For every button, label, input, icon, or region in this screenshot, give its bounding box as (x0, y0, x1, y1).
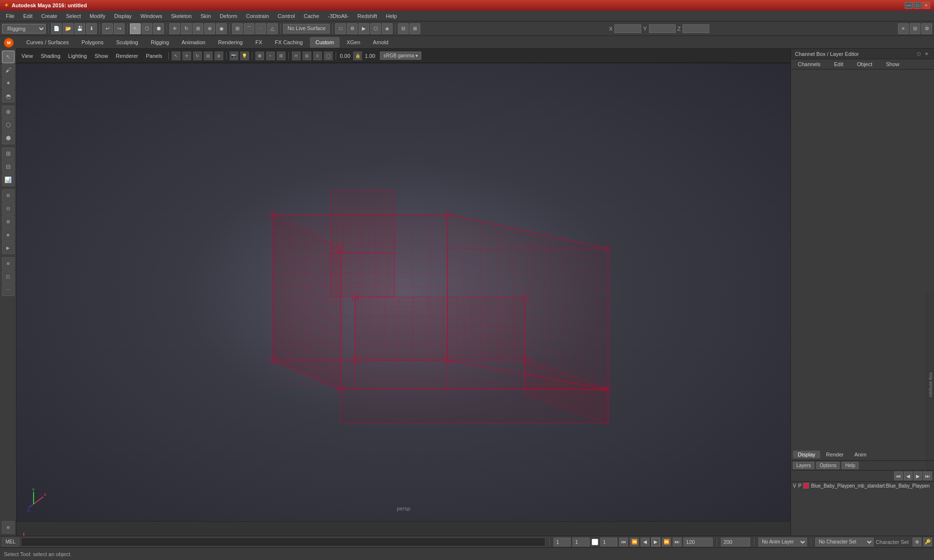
tab-sculpting[interactable]: Sculpting (110, 37, 144, 48)
paint-select-button[interactable]: ⬢ (153, 23, 164, 34)
tool-settings-toggle[interactable]: ⚙ (921, 23, 932, 34)
y-input[interactable] (649, 24, 676, 33)
ipr-button[interactable]: ⬡ (370, 23, 381, 34)
go-to-end-btn[interactable]: ⏭ (673, 538, 682, 546)
snap-curve-button[interactable]: ⌒ (244, 23, 254, 34)
vp-select-btn[interactable]: ↖ (172, 52, 180, 60)
snap-sidebar[interactable]: ⊞ (2, 189, 15, 202)
scale-tool-button[interactable]: ⊞ (193, 23, 203, 34)
vp-scale-btn[interactable]: ⊞ (204, 52, 213, 60)
play-back-btn[interactable]: ◀ (641, 538, 649, 546)
move-pivot-sidebar[interactable]: ⊕ (2, 105, 15, 118)
layer-v-checkbox[interactable]: V (793, 483, 796, 489)
vp-cameras-btn[interactable]: 📷 (230, 52, 238, 60)
gamma-dropdown[interactable]: sRGB gamma ▾ (380, 52, 421, 60)
close-button[interactable]: ✕ (922, 2, 930, 9)
maximize-button[interactable]: □ (914, 2, 921, 9)
select-tool-sidebar[interactable]: ↖ (2, 51, 15, 63)
grid-view-sidebar[interactable]: ⊞ (2, 147, 15, 160)
vp-menu-show[interactable]: Show (92, 52, 111, 60)
vp-shaded-btn[interactable]: ▪ (266, 52, 275, 60)
minimize-button[interactable]: — (905, 2, 913, 9)
help-btn[interactable]: Help (842, 462, 859, 469)
no-live-surface-button[interactable]: No Live Surface (283, 24, 330, 34)
tab-rendering[interactable]: Rendering (212, 37, 249, 48)
universal-manip-button[interactable]: ⊕ (204, 23, 215, 34)
menu-deform[interactable]: Deform (216, 12, 241, 20)
vp-menu-panels[interactable]: Panels (143, 52, 165, 60)
step-fwd-btn[interactable]: ⏩ (662, 538, 671, 546)
paint-effects-sidebar[interactable]: ✦ (2, 77, 15, 89)
frame-checkbox-value[interactable] (600, 538, 617, 546)
vp-wireframe-btn[interactable]: ▦ (255, 52, 264, 60)
tab-custom[interactable]: Custom (310, 37, 340, 48)
layers-btn[interactable]: Layers (793, 462, 814, 469)
vp-menu-shading[interactable]: Shading (38, 52, 63, 60)
menu-constrain[interactable]: Constrain (242, 12, 273, 20)
tab-polygons[interactable]: Polygons (75, 37, 109, 48)
render-button[interactable]: ▶ (359, 23, 369, 34)
vp-menu-view[interactable]: View (18, 52, 36, 60)
key-sidebar[interactable]: ◈ (2, 228, 15, 241)
mode-dropdown[interactable]: Rigging Modeling Animation (2, 24, 46, 34)
vp-menu-lighting[interactable]: Lighting (65, 52, 90, 60)
menu-control[interactable]: Control (274, 12, 299, 20)
frame-end-input[interactable] (683, 538, 713, 546)
char-set-icon[interactable]: ⊕ (913, 538, 921, 546)
rp-close-btn[interactable]: ✕ (923, 51, 930, 57)
vp-textured-btn[interactable]: ▨ (277, 52, 286, 60)
display-tab[interactable]: Display (793, 451, 820, 458)
import-button[interactable]: ⬇ (86, 23, 97, 34)
x-input[interactable] (614, 24, 641, 33)
vp-isolate-btn[interactable]: ◯ (324, 52, 333, 60)
render-tab[interactable]: Render (821, 451, 848, 458)
show-tab[interactable]: Show (881, 60, 904, 68)
render-region-button[interactable]: □ (335, 23, 346, 34)
grid-button[interactable]: ⊞ (410, 23, 420, 34)
frame-start-input[interactable] (554, 538, 571, 546)
z-input[interactable] (683, 24, 709, 33)
layer-p-checkbox[interactable]: P (798, 483, 802, 489)
anim-tab[interactable]: Anim (849, 451, 871, 458)
range-end-input[interactable] (721, 538, 750, 546)
vp-hud-btn[interactable]: H (292, 52, 301, 60)
menu-skin[interactable]: Skin (197, 12, 215, 20)
vp-grid-btn[interactable]: ⊞ (303, 52, 311, 60)
layout-sidebar[interactable]: ⊟ (2, 160, 15, 173)
vp-universal-btn[interactable]: ⊕ (215, 52, 223, 60)
anim-layer-dropdown[interactable]: No Anim Layer (758, 538, 807, 546)
frame-checkbox[interactable] (592, 539, 598, 545)
tab-rigging[interactable]: Rigging (145, 37, 175, 48)
menu-create[interactable]: Create (37, 12, 61, 20)
menu-cache[interactable]: Cache (300, 12, 323, 20)
layer-scroll-end[interactable]: ⏭ (923, 472, 932, 480)
undo-button[interactable]: ↩ (102, 23, 113, 34)
character-set-dropdown[interactable]: No Character Set (815, 538, 874, 546)
layer-scroll-next[interactable]: ▶ (914, 472, 922, 480)
groups-sidebar[interactable]: ⊕ (2, 257, 15, 270)
snap-surface-button[interactable]: △ (267, 23, 278, 34)
play-forward-btn[interactable]: ▶ (651, 538, 660, 546)
menu-windows[interactable]: Windows (137, 12, 166, 20)
more-sidebar[interactable]: ⋯ (2, 283, 15, 296)
menu-help[interactable]: Help (382, 12, 401, 20)
command-line-input[interactable] (21, 538, 545, 546)
timeline[interactable]: 5 10 15 20 25 30 35 40 45 50 5 (17, 521, 790, 536)
snap-point-button[interactable]: · (255, 23, 266, 34)
graph-sidebar[interactable]: 📊 (2, 174, 15, 186)
main-viewport[interactable]: .wf { stroke: #cc0033; stroke-width: 0.7… (17, 63, 790, 521)
bottom-extra-sidebar[interactable]: ⊕ (2, 521, 15, 534)
vp-move-btn[interactable]: ✛ (182, 52, 191, 60)
vp-xray-btn[interactable]: X (313, 52, 322, 60)
tab-animation[interactable]: Animation (176, 37, 211, 48)
tab-xgen[interactable]: XGen (341, 37, 366, 48)
layers-sidebar[interactable]: ◰ (2, 270, 15, 283)
attribute-editor-toggle[interactable]: ⊟ (910, 23, 920, 34)
edit-tab[interactable]: Edit (829, 60, 848, 68)
tab-arnold[interactable]: Arnold (367, 37, 395, 48)
options-btn[interactable]: Options (816, 462, 840, 469)
select-tool-button[interactable]: ↖ (130, 23, 141, 34)
rotate-tool-button[interactable]: ↻ (181, 23, 192, 34)
mel-label[interactable]: MEL (2, 538, 19, 546)
layer-item[interactable]: V P Blue_Baby_Playpen_mb_standart:Blue_B… (791, 482, 934, 490)
